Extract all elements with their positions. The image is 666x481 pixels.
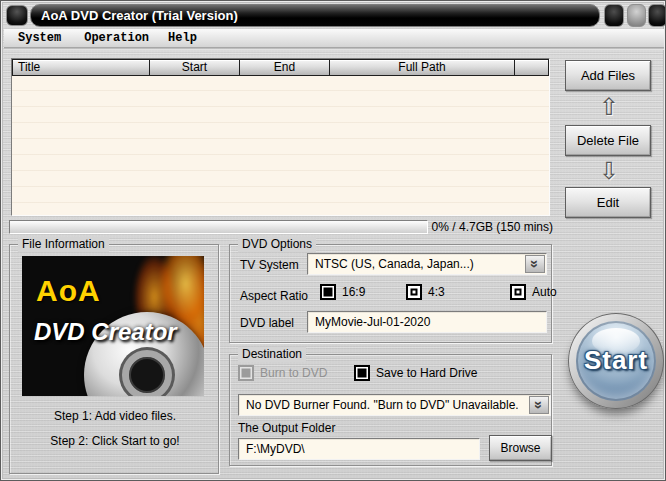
minimize-button[interactable] <box>604 4 624 27</box>
step-2-text: Step 2: Click Start to go! <box>10 434 220 448</box>
down-arrow-icon: ⇩ <box>589 157 629 185</box>
aspect-16-9-checkbox[interactable] <box>320 284 336 300</box>
dvd-label-input[interactable]: MyMovie-Jul-01-2020 <box>307 311 547 333</box>
file-list[interactable]: Title Start End Full Path <box>11 58 550 216</box>
start-button[interactable]: Start <box>568 313 664 409</box>
capacity-progressbar <box>9 220 428 234</box>
aspect-auto-option[interactable]: Auto <box>510 284 557 300</box>
maximize-button[interactable] <box>627 4 646 27</box>
aspect-16-9-option[interactable]: 16:9 <box>320 284 365 300</box>
menu-item-system[interactable]: System <box>18 31 61 45</box>
save-to-hard-drive-label: Save to Hard Drive <box>376 366 477 380</box>
save-to-hard-drive-checkbox[interactable] <box>354 365 370 381</box>
burner-status-select[interactable]: No DVD Burner Found. "Burn to DVD" Unava… <box>238 394 551 416</box>
start-button-label: Start <box>568 313 664 409</box>
group-file-information: File Information AoA DVD Creator Step 1:… <box>9 244 219 474</box>
aspect-4-3-option[interactable]: 4:3 <box>406 284 445 300</box>
browse-button[interactable]: Browse <box>489 435 552 461</box>
file-list-header: Title Start End Full Path <box>12 59 549 76</box>
tv-system-label: TV System <box>240 258 299 272</box>
aspect-16-9-label: 16:9 <box>342 285 365 299</box>
aspect-auto-checkbox[interactable] <box>510 284 526 300</box>
menubar: System Operation Help <box>4 29 664 48</box>
menu-divider <box>4 48 664 50</box>
chevron-down-icon: » <box>527 255 543 273</box>
chevron-down-icon: » <box>531 396 547 414</box>
up-arrow-icon: ⇧ <box>589 93 629 121</box>
dvd-label-label: DVD label <box>240 316 294 330</box>
dvd-label-value: MyMovie-Jul-01-2020 <box>308 312 546 332</box>
dvd-options-legend: DVD Options <box>238 237 316 252</box>
window-title: AoA DVD Creator (Trial Version) <box>41 8 238 23</box>
column-header-end[interactable]: End <box>240 60 329 75</box>
file-information-legend: File Information <box>18 237 109 252</box>
output-folder-input[interactable]: F:\MyDVD\ <box>238 438 480 460</box>
column-header-full-path[interactable]: Full Path <box>330 60 514 75</box>
tv-system-value: NTSC (US, Canada, Japan...) <box>308 254 546 274</box>
disc-hole <box>122 350 172 396</box>
close-button[interactable] <box>648 4 666 27</box>
titlebar: AoA DVD Creator (Trial Version) <box>30 4 600 27</box>
output-folder-label: The Output Folder <box>238 421 335 435</box>
menu-item-help[interactable]: Help <box>168 31 197 45</box>
edit-button[interactable]: Edit <box>565 187 651 218</box>
tv-system-select[interactable]: NTSC (US, Canada, Japan...) » <box>307 253 547 275</box>
app-window: AoA DVD Creator (Trial Version) System O… <box>0 0 666 481</box>
aspect-ratio-label: Aspect Ratio <box>240 289 308 303</box>
dvd-creator-wordmark: DVD Creator <box>34 318 177 346</box>
delete-file-button[interactable]: Delete File <box>565 125 651 156</box>
aspect-4-3-label: 4:3 <box>428 285 445 299</box>
add-files-button[interactable]: Add Files <box>565 60 651 91</box>
burn-to-dvd-label: Burn to DVD <box>260 366 327 380</box>
aoa-logo: AoA <box>36 274 101 308</box>
aspect-4-3-checkbox[interactable] <box>406 284 422 300</box>
capacity-label: 0% / 4.7GB (150 mins) <box>431 219 553 235</box>
column-header-start[interactable]: Start <box>150 60 239 75</box>
aspect-auto-label: Auto <box>532 285 557 299</box>
burn-to-dvd-option: Burn to DVD <box>238 365 327 381</box>
promo-image: AoA DVD Creator <box>22 256 204 396</box>
tv-system-dropdown-button[interactable]: » <box>525 255 545 273</box>
menu-item-operation[interactable]: Operation <box>84 31 149 45</box>
file-list-body[interactable] <box>12 76 549 215</box>
burner-status-value: No DVD Burner Found. "Burn to DVD" Unava… <box>239 395 550 415</box>
column-header-title[interactable]: Title <box>13 60 149 75</box>
system-menu-icon[interactable] <box>6 5 28 26</box>
step-1-text: Step 1: Add video files. <box>10 409 220 423</box>
group-destination: Destination Burn to DVD Save to Hard Dri… <box>229 354 552 466</box>
group-dvd-options: DVD Options TV System NTSC (US, Canada, … <box>229 244 552 343</box>
burner-status-dropdown-button[interactable]: » <box>529 396 549 414</box>
save-to-hard-drive-option[interactable]: Save to Hard Drive <box>354 365 477 381</box>
column-header-filler <box>515 60 548 75</box>
burn-to-dvd-checkbox <box>238 365 254 381</box>
destination-legend: Destination <box>238 347 306 362</box>
output-folder-value: F:\MyDVD\ <box>239 439 479 459</box>
